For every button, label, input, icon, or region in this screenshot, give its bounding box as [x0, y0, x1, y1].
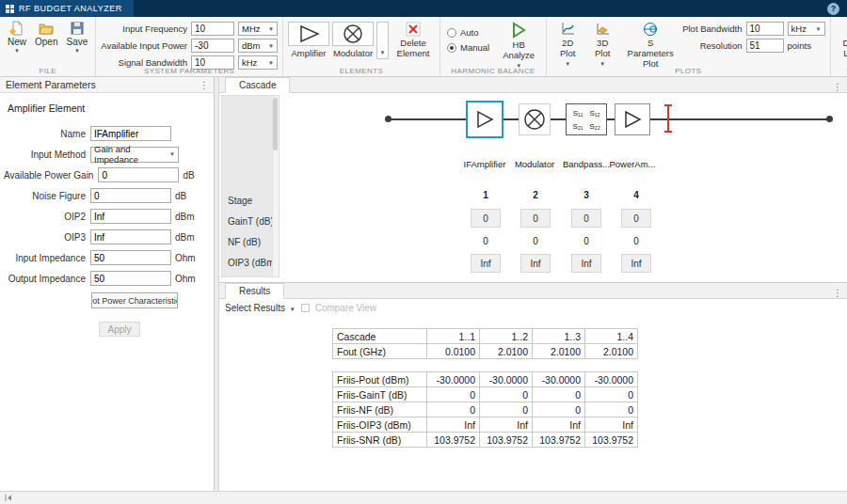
chevron-down-icon: ▼: [268, 26, 274, 32]
table-row: Friis-Pout (dBm) -30.0000 -30.0000 -30.0…: [333, 372, 638, 387]
save-button[interactable]: Save ▼: [63, 20, 90, 55]
harmonic-balance-section: Auto Manual HB Analyze ▼ HARMONIC BALANC…: [440, 17, 547, 76]
input-method-label: Input Method: [4, 150, 90, 160]
input-frequency-field[interactable]: [191, 22, 234, 36]
plot-3d-button[interactable]: 3D Plot ▼: [586, 20, 618, 69]
plot-power-characteristics-button[interactable]: Plot Power Characteristics: [91, 292, 178, 308]
input-method-select[interactable]: Gain and Impedance ▼: [90, 147, 179, 163]
input-frequency-unit-select[interactable]: MHz▼: [238, 22, 278, 36]
file-section-label: FILE: [0, 67, 95, 75]
compare-view-checkbox[interactable]: [301, 304, 310, 312]
plot-bandwidth-unit-value: kHz: [791, 24, 807, 34]
block-ifamplifier[interactable]: [466, 101, 503, 138]
cascade-panel-menu-icon[interactable]: ⋮: [833, 82, 842, 92]
value-cell: Inf: [480, 417, 533, 433]
apply-button[interactable]: Apply: [99, 322, 140, 337]
name-field[interactable]: [90, 126, 171, 141]
plot-bandwidth-unit-select[interactable]: kHz▼: [788, 22, 825, 36]
resolution-field[interactable]: [746, 39, 784, 53]
available-input-power-field[interactable]: [191, 39, 234, 53]
new-document-icon: [9, 21, 24, 36]
gaint-button-4[interactable]: 0: [621, 209, 651, 228]
header-1-3-cell: 1..3: [533, 329, 585, 344]
noise-figure-field[interactable]: [90, 188, 171, 203]
gaint-value-4: 0: [633, 213, 639, 224]
save-disk-icon: [70, 21, 85, 36]
table-row: Friis-SNR (dB) 103.9752 103.9752 103.975…: [333, 433, 638, 448]
compare-view-label: Compare View: [315, 303, 376, 313]
select-results-dropdown[interactable]: Select Results ▼: [225, 303, 296, 313]
nf-value-4: 0: [621, 236, 651, 246]
oip3-button-3[interactable]: Inf: [571, 254, 601, 273]
noise-figure-unit: dB: [175, 191, 186, 201]
rf-budget-analyzer-app: RF BUDGET ANALYZER ? New ▼ Open Save ▼ F…: [0, 0, 847, 504]
value-cell: 0: [480, 387, 533, 402]
output-impedance-field[interactable]: [90, 271, 171, 286]
tab-cascade[interactable]: Cascade: [225, 77, 290, 93]
cascade-tab-label: Cascade: [239, 80, 276, 90]
default-layout-button[interactable]: Default Layout ▼: [836, 20, 847, 69]
results-panel-menu-icon[interactable]: ⋮: [833, 288, 842, 298]
file-section: New ▼ Open Save ▼ FILE: [0, 17, 96, 76]
oip3-button-2[interactable]: Inf: [520, 254, 551, 273]
value-cell: 2.0100: [533, 344, 585, 359]
available-input-power-unit-select[interactable]: dBm▼: [238, 39, 278, 53]
title-bar: RF BUDGET ANALYZER ?: [0, 0, 847, 17]
open-button[interactable]: Open: [32, 20, 60, 48]
oip3-field[interactable]: [90, 229, 171, 244]
s-parameters-plot-button[interactable]: S Parameters Plot: [621, 20, 679, 71]
value-cell: 103.9752: [427, 433, 480, 448]
auto-radio[interactable]: Auto: [447, 27, 489, 38]
plot-2d-icon: [560, 22, 575, 37]
value-cell: 0: [533, 387, 585, 402]
value-cell: 2.0100: [585, 344, 638, 359]
element-parameters-panel: Element Parameters ⋮ Amplifier Element N…: [0, 77, 215, 491]
modulator-symbol-icon: [522, 107, 547, 132]
oip3-button-4[interactable]: Inf: [621, 254, 651, 273]
cascade-tabstrip: Cascade ⋮: [219, 77, 847, 93]
nf-value-1: 0: [471, 236, 501, 246]
chevron-down-icon: ▼: [380, 50, 386, 55]
tab-results[interactable]: Results: [225, 283, 284, 299]
block-modulator[interactable]: [519, 103, 551, 135]
row-label-cell: Friis-NF (dB): [333, 402, 427, 417]
cascade-schematic: Stage GainT (dB) NF (dB) OIP3 (dBm) S₁₁: [219, 93, 847, 282]
input-impedance-label: Input Impedance: [4, 253, 90, 263]
value-cell: -30.0000: [585, 372, 638, 387]
save-button-label: Save: [66, 37, 88, 47]
row-header-nf: NF (dB): [228, 237, 261, 247]
header-1-4-cell: 1..4: [585, 329, 638, 344]
value-cell: 2.0100: [480, 344, 533, 359]
new-button[interactable]: New ▼: [5, 20, 29, 55]
block-bandpass[interactable]: S₁₁ S₁₂ S₂₁ S₂₂: [566, 103, 607, 135]
modulator-gallery-item[interactable]: Modulator: [332, 20, 374, 58]
plot-bandwidth-field[interactable]: [746, 22, 784, 36]
oip3-button-1[interactable]: Inf: [471, 254, 501, 273]
oip3-value-3: Inf: [581, 259, 591, 269]
input-frequency-label: Input Frequency: [101, 24, 187, 34]
panel-menu-icon[interactable]: ⋮: [200, 80, 209, 90]
apply-button-label: Apply: [107, 324, 131, 335]
elements-gallery-dropdown[interactable]: ▼: [376, 22, 389, 59]
noise-figure-label: Noise Figure: [4, 191, 90, 201]
delete-element-button[interactable]: Delete Element: [392, 20, 435, 61]
help-button[interactable]: ?: [827, 3, 839, 15]
hb-analyze-button[interactable]: HB Analyze ▼: [496, 20, 541, 71]
available-power-gain-field[interactable]: [98, 167, 179, 182]
amplifier-gallery-item[interactable]: Amplifier: [288, 20, 329, 58]
s11-label: S₁₁: [573, 109, 583, 118]
block-poweramp[interactable]: [615, 103, 650, 135]
stage-list-scrollbar[interactable]: [272, 96, 279, 276]
value-cell: 0: [427, 387, 480, 402]
gaint-button-3[interactable]: 0: [571, 209, 601, 228]
manual-radio[interactable]: Manual: [447, 42, 489, 53]
gaint-button-2[interactable]: 0: [520, 209, 551, 228]
app-tab[interactable]: RF BUDGET ANALYZER: [0, 0, 134, 17]
plot-2d-button[interactable]: 2D Plot ▼: [551, 20, 583, 69]
oip2-field[interactable]: [90, 209, 171, 224]
collapse-left-icon[interactable]: [4, 493, 13, 504]
scrollbar-thumb[interactable]: [273, 98, 278, 150]
gaint-value-1: 0: [483, 213, 488, 224]
input-impedance-field[interactable]: [90, 250, 171, 265]
gaint-button-1[interactable]: 0: [471, 209, 501, 228]
